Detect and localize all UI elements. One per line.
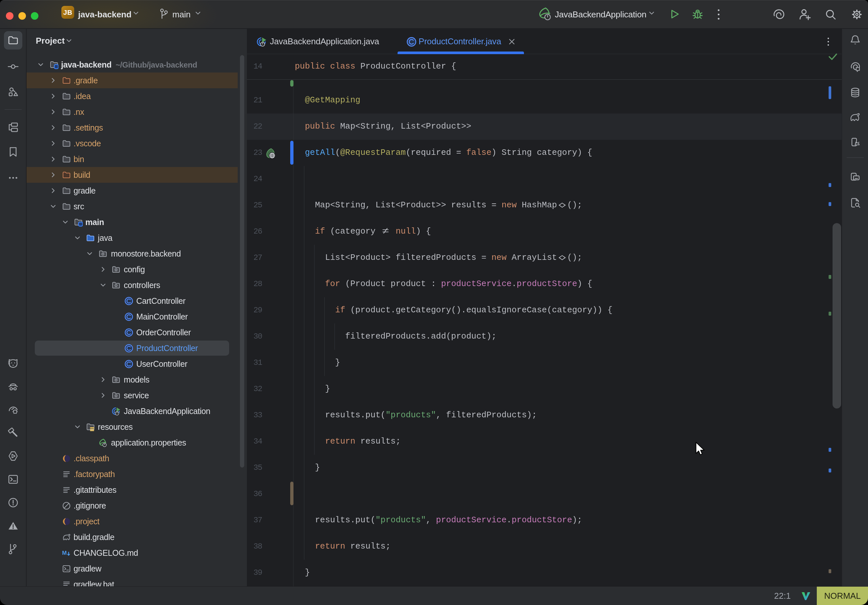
svg-text:M: M [62,550,67,556]
